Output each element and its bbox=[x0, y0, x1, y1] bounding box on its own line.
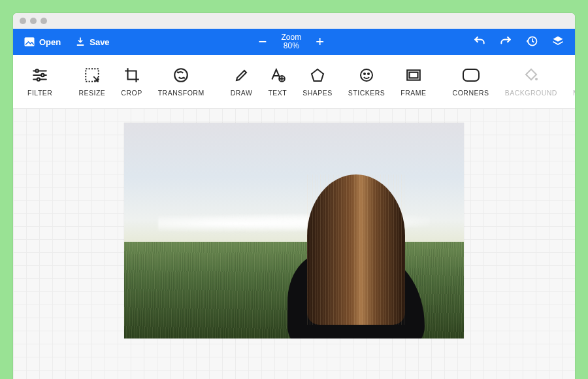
transform-icon bbox=[172, 67, 189, 84]
canvas-image[interactable] bbox=[124, 123, 464, 338]
tool-draw-label: DRAW bbox=[231, 89, 253, 97]
zoom-readout: Zoom 80% bbox=[281, 33, 301, 50]
svg-point-16 bbox=[364, 73, 365, 74]
topbar-right bbox=[473, 35, 564, 50]
tool-shapes[interactable]: SHAPES bbox=[295, 67, 340, 97]
tool-stickers[interactable]: STICKERS bbox=[340, 67, 393, 97]
window-titlebar bbox=[13, 13, 575, 29]
tool-text[interactable]: TEXT bbox=[260, 67, 295, 97]
svg-point-8 bbox=[41, 73, 44, 76]
save-button[interactable]: Save bbox=[75, 37, 109, 47]
svg-point-17 bbox=[368, 73, 369, 74]
tool-background-label: BACKGROUND bbox=[505, 89, 557, 97]
sliders-icon bbox=[31, 67, 48, 84]
topbar-left: Open Save bbox=[24, 36, 110, 48]
tool-shapes-label: SHAPES bbox=[302, 89, 333, 97]
layers-button[interactable] bbox=[551, 35, 564, 50]
svg-point-7 bbox=[36, 69, 39, 72]
svg-rect-2 bbox=[77, 44, 84, 46]
tool-text-label: TEXT bbox=[268, 89, 287, 97]
svg-rect-20 bbox=[463, 69, 479, 81]
tool-background: BACKGROUND bbox=[497, 67, 565, 97]
window-maximize-dot[interactable] bbox=[41, 18, 47, 24]
tool-resize[interactable]: RESIZE bbox=[71, 67, 113, 97]
tool-transform-label: TRANSFORM bbox=[158, 89, 204, 97]
tool-filter-label: FILTER bbox=[27, 89, 52, 97]
download-icon bbox=[75, 37, 86, 47]
rounded-rect-icon bbox=[462, 67, 480, 84]
redo-button[interactable] bbox=[499, 35, 512, 50]
tool-filter[interactable]: FILTER bbox=[20, 67, 60, 97]
tool-corners-label: CORNERS bbox=[453, 89, 489, 97]
paint-bucket-icon bbox=[523, 67, 539, 84]
open-button[interactable]: Open bbox=[24, 36, 61, 48]
svg-point-15 bbox=[361, 69, 372, 81]
svg-point-11 bbox=[174, 69, 188, 82]
tool-draw[interactable]: DRAW bbox=[223, 67, 261, 97]
tool-merge-label: MERGE bbox=[573, 89, 575, 97]
frame-icon bbox=[405, 67, 422, 84]
zoom-out-button[interactable]: − bbox=[259, 35, 267, 49]
open-label: Open bbox=[39, 37, 61, 47]
smiley-icon bbox=[359, 67, 374, 84]
resize-icon bbox=[84, 67, 101, 84]
zoom-controls: − Zoom 80% + bbox=[110, 33, 473, 50]
svg-point-21 bbox=[535, 78, 538, 80]
topbar: Open Save − Zoom 80% + bbox=[13, 29, 575, 55]
image-icon bbox=[24, 36, 35, 48]
history-button[interactable] bbox=[525, 35, 538, 50]
pentagon-icon bbox=[310, 67, 325, 84]
zoom-value: 80% bbox=[284, 42, 299, 50]
zoom-in-button[interactable]: + bbox=[316, 35, 324, 49]
tool-frame[interactable]: FRAME bbox=[393, 67, 434, 97]
window-close-dot[interactable] bbox=[20, 18, 26, 24]
tool-corners[interactable]: CORNERS bbox=[445, 67, 497, 97]
tool-resize-label: RESIZE bbox=[78, 89, 105, 97]
tool-merge: MERGE bbox=[565, 67, 575, 97]
pencil-icon bbox=[234, 67, 250, 84]
tool-crop[interactable]: CROP bbox=[113, 67, 150, 97]
tool-frame-label: FRAME bbox=[400, 89, 426, 97]
crop-icon bbox=[123, 67, 140, 84]
toolbar: FILTER RESIZE CROP TRANSFORM bbox=[13, 55, 575, 108]
canvas-area[interactable] bbox=[13, 108, 575, 379]
svg-point-9 bbox=[37, 78, 40, 80]
tool-crop-label: CROP bbox=[121, 89, 142, 97]
svg-rect-19 bbox=[409, 72, 417, 78]
text-icon bbox=[269, 67, 286, 84]
app-window: Open Save − Zoom 80% + bbox=[13, 13, 575, 379]
undo-button[interactable] bbox=[473, 35, 486, 50]
save-label: Save bbox=[90, 37, 109, 47]
tool-transform[interactable]: TRANSFORM bbox=[150, 67, 212, 97]
tool-stickers-label: STICKERS bbox=[348, 89, 385, 97]
window-minimize-dot[interactable] bbox=[30, 18, 37, 24]
